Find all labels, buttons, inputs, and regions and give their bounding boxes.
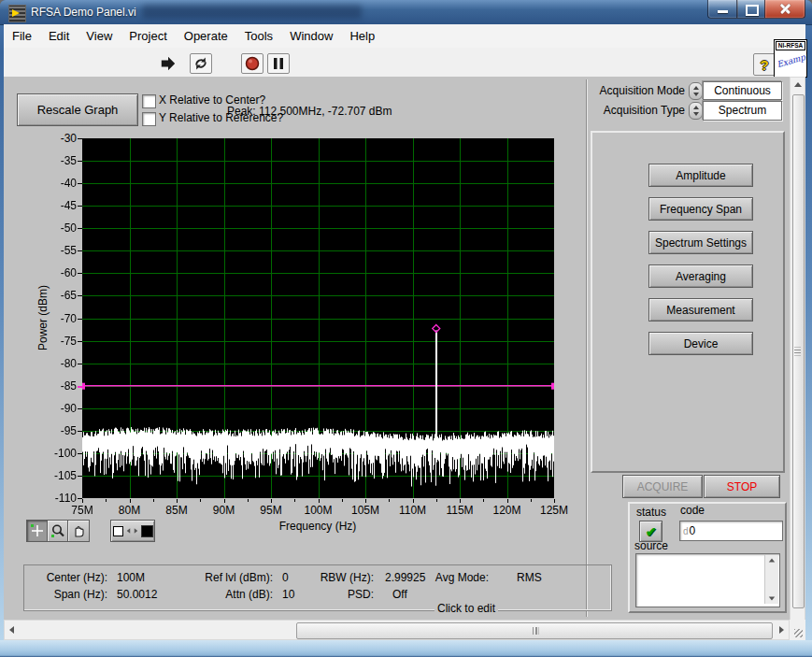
menu-edit[interactable]: Edit: [40, 24, 78, 48]
resize-grip-icon[interactable]: [794, 629, 803, 637]
menu-operate[interactable]: Operate: [176, 24, 236, 48]
panel-button-frequency-span[interactable]: Frequency Span: [648, 197, 753, 221]
scroll-left-icon[interactable]: [9, 626, 14, 634]
x-tick-label: 85M: [165, 504, 187, 517]
y-relative-checkbox[interactable]: [142, 112, 156, 126]
y-tick-label: -90: [36, 402, 77, 415]
panel-button-device[interactable]: Device: [648, 332, 753, 355]
close-button[interactable]: [764, 0, 805, 19]
horizontal-scrollbar-thumb[interactable]: [296, 622, 773, 639]
y-tick-mark: [78, 386, 82, 388]
error-source-field[interactable]: [635, 553, 780, 607]
y-tick-mark: [78, 183, 82, 184]
error-source-label: source: [634, 539, 668, 552]
badge-subtitle: Example: [776, 52, 807, 69]
x-tick-label: 120M: [492, 504, 520, 517]
y-tick-label: -100: [36, 447, 77, 460]
pause-button[interactable]: [267, 53, 290, 74]
rescale-graph-button[interactable]: Rescale Graph: [17, 93, 138, 126]
window-title: RFSA Demo Panel.vi: [31, 6, 136, 19]
x-tick-label: 105M: [351, 504, 379, 517]
acquire-button[interactable]: ACQUIRE: [622, 475, 703, 498]
spectrum-plot[interactable]: [82, 138, 554, 498]
menu-window[interactable]: Window: [281, 24, 341, 48]
acquisition-mode-select[interactable]: Continuous: [703, 81, 782, 100]
stop-button[interactable]: STOP: [704, 475, 780, 498]
menu-project[interactable]: Project: [121, 24, 175, 48]
rfsa-demo-window: RFSA Demo Panel.vi FileEditViewProjectOp…: [0, 0, 812, 657]
spin-up-icon[interactable]: [693, 106, 699, 109]
y-tick-mark: [78, 161, 82, 162]
x-tick-label: 95M: [260, 504, 281, 517]
spin-up-icon[interactable]: [693, 86, 699, 90]
graph-pan-tool-button[interactable]: [67, 520, 90, 542]
vertical-scrollbar[interactable]: [790, 77, 805, 640]
arrow-right-icon: [134, 528, 137, 534]
y-tick-mark: [78, 431, 82, 432]
crosshair-icon: [30, 523, 45, 538]
scroll-right-icon[interactable]: [779, 626, 784, 634]
error-code-field[interactable]: d0: [679, 521, 783, 541]
abort-button[interactable]: [241, 53, 264, 74]
attenuation-label: Attn (dB):: [187, 588, 273, 601]
vertical-divider: [586, 79, 588, 617]
spin-down-icon[interactable]: [693, 112, 699, 116]
menu-help[interactable]: Help: [341, 24, 383, 48]
graph-zoom-tool-button[interactable]: [47, 520, 69, 542]
y-tick-label: -80: [36, 357, 77, 370]
context-help-button[interactable]: ?: [753, 53, 776, 76]
panel-button-measurement[interactable]: Measurement: [648, 298, 753, 321]
x-minor-tick-mark: [106, 499, 107, 502]
x-tick-label: 80M: [119, 504, 140, 517]
hand-icon: [71, 523, 86, 538]
y-tick-label: -110: [36, 492, 77, 505]
y-tick-mark: [78, 228, 82, 229]
maximize-button[interactable]: [736, 0, 766, 19]
x-minor-tick-mark: [389, 499, 390, 502]
x-relative-checkbox[interactable]: [142, 94, 156, 108]
y-tick-mark: [78, 453, 82, 454]
scroll-down-icon[interactable]: [769, 597, 775, 601]
x-tick-mark: [319, 499, 320, 503]
run-continuously-button[interactable]: [190, 53, 212, 74]
y-tick-label: -70: [36, 312, 77, 325]
arrow-left-icon: [126, 528, 130, 534]
menu-tools[interactable]: Tools: [236, 24, 281, 48]
span-value: 50.0012: [117, 588, 157, 601]
y-tick-label: -60: [36, 266, 77, 279]
menu-file[interactable]: File: [4, 24, 40, 48]
vertical-scrollbar-thumb[interactable]: [792, 94, 805, 608]
spin-down-icon[interactable]: [693, 93, 699, 96]
x-tick-label: 115M: [446, 504, 473, 517]
acquisition-type-select[interactable]: Spectrum: [703, 101, 782, 121]
minimize-icon: [718, 10, 728, 13]
source-scrollbar[interactable]: [764, 555, 778, 604]
acquisition-type-spinner[interactable]: [689, 102, 703, 120]
y-tick-mark: [78, 319, 82, 320]
scroll-up-icon[interactable]: [794, 82, 802, 87]
y-tick-mark: [78, 476, 82, 477]
acquisition-mode-spinner[interactable]: [689, 82, 703, 100]
toolbar: [4, 48, 805, 78]
panel-button-amplitude[interactable]: Amplitude: [648, 164, 753, 187]
scroll-up-icon[interactable]: [769, 559, 775, 563]
thumb-grip: [794, 348, 801, 356]
center-label: Center (Hz):: [28, 571, 107, 584]
run-button[interactable]: [157, 53, 179, 74]
y-tick-mark: [78, 341, 82, 342]
psd-label: PSD:: [308, 588, 374, 601]
menu-view[interactable]: View: [78, 24, 121, 48]
click-to-edit-hint: Click to edit: [434, 602, 498, 615]
panel-button-averaging[interactable]: Averaging: [648, 264, 753, 288]
code-value: 0: [690, 524, 696, 537]
x-tick-mark: [460, 499, 461, 503]
graph-cursor-tool-button[interactable]: [26, 520, 49, 542]
pause-icon: [272, 57, 285, 70]
panel-button-spectrum-settings[interactable]: Spectrum Settings: [648, 231, 753, 254]
x-tick-label: 125M: [540, 504, 568, 517]
center-value: 100M: [117, 571, 145, 584]
horizontal-scrollbar[interactable]: [4, 620, 790, 640]
cursor-movement-control[interactable]: [110, 520, 155, 542]
minimize-button[interactable]: [707, 0, 738, 19]
x-tick-label: 90M: [213, 504, 235, 517]
